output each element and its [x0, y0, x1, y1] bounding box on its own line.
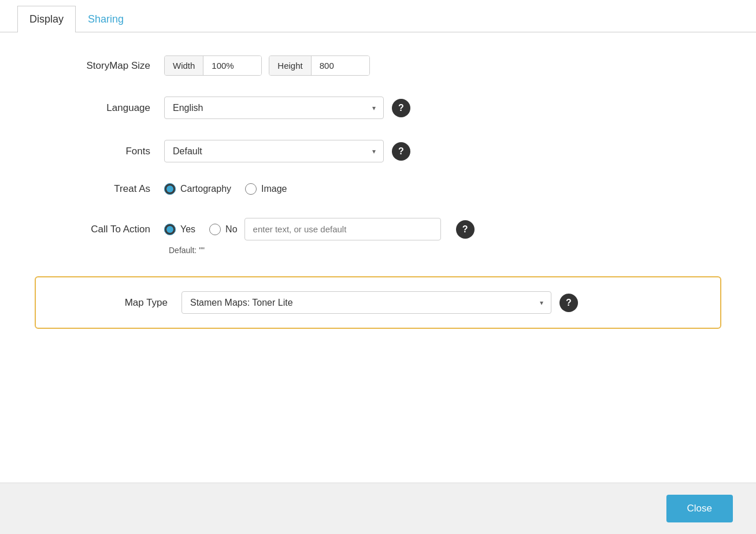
cta-yes-option[interactable]: Yes: [164, 224, 195, 235]
map-type-select[interactable]: Stamen Maps: Toner Lite Stamen Maps: Ton…: [181, 291, 551, 314]
map-type-select-wrapper: Stamen Maps: Toner Lite Stamen Maps: Ton…: [181, 291, 551, 314]
cta-text-input[interactable]: [244, 218, 441, 240]
cta-yes-radio[interactable]: [164, 224, 176, 235]
footer: Close: [0, 483, 756, 534]
fonts-label: Fonts: [35, 146, 150, 157]
cta-no-option[interactable]: No: [209, 224, 237, 235]
map-type-label: Map Type: [52, 297, 168, 309]
treat-as-cartography-radio[interactable]: [164, 183, 176, 195]
language-select[interactable]: English French German Spanish Italian Po…: [164, 97, 384, 119]
fonts-help-icon[interactable]: ?: [392, 142, 410, 161]
dialog: Display Sharing StoryMap Size Width Heig…: [0, 0, 756, 534]
language-help-icon[interactable]: ?: [392, 99, 410, 117]
tab-display[interactable]: Display: [17, 6, 76, 32]
treat-as-image-label: Image: [261, 184, 287, 194]
storymap-size-label: StoryMap Size: [35, 60, 150, 72]
call-to-action-row: Call To Action Yes No ?: [35, 216, 721, 255]
height-field: Height: [269, 55, 369, 76]
treat-as-label: Treat As: [35, 183, 150, 195]
map-type-inner: Map Type Stamen Maps: Toner Lite Stamen …: [52, 291, 704, 314]
storymap-size-row: StoryMap Size Width Height: [35, 55, 721, 76]
height-label: Height: [269, 56, 311, 75]
height-input[interactable]: [312, 56, 369, 75]
treat-as-radio-group: Cartography Image: [164, 183, 287, 195]
cta-help-icon[interactable]: ?: [456, 220, 475, 239]
call-to-action-label: Call To Action: [35, 218, 150, 235]
main-content: StoryMap Size Width Height Language Engl…: [0, 32, 756, 483]
map-type-help-icon[interactable]: ?: [559, 294, 578, 312]
fonts-select-wrapper: Default Serif Sans-Serif Monospace ▾: [164, 140, 384, 162]
language-row: Language English French German Spanish I…: [35, 97, 721, 119]
fonts-row: Fonts Default Serif Sans-Serif Monospace…: [35, 140, 721, 162]
width-field: Width: [164, 55, 262, 76]
width-label: Width: [165, 56, 203, 75]
close-button[interactable]: Close: [666, 495, 733, 522]
width-input[interactable]: [203, 56, 261, 75]
treat-as-image-option[interactable]: Image: [245, 183, 287, 195]
cta-default-text: Default: "": [169, 246, 205, 255]
cta-yes-label: Yes: [180, 224, 195, 235]
tabs-bar: Display Sharing: [0, 0, 756, 32]
treat-as-image-radio[interactable]: [245, 183, 257, 195]
treat-as-row: Treat As Cartography Image: [35, 183, 721, 195]
language-select-wrapper: English French German Spanish Italian Po…: [164, 97, 384, 119]
language-label: Language: [35, 102, 150, 114]
cta-radio-group: Yes No: [164, 224, 238, 235]
tab-sharing[interactable]: Sharing: [76, 6, 136, 32]
cta-no-label: No: [225, 224, 237, 235]
size-group: Width Height: [164, 55, 370, 76]
fonts-select[interactable]: Default Serif Sans-Serif Monospace: [164, 140, 384, 162]
map-type-section: Map Type Stamen Maps: Toner Lite Stamen …: [35, 276, 721, 329]
treat-as-cartography-option[interactable]: Cartography: [164, 183, 231, 195]
cta-no-radio[interactable]: [209, 224, 221, 235]
treat-as-cartography-label: Cartography: [180, 184, 231, 194]
cta-inline-row: Yes No ?: [164, 218, 475, 240]
call-to-action-controls: Yes No ? Default: "": [164, 218, 475, 255]
